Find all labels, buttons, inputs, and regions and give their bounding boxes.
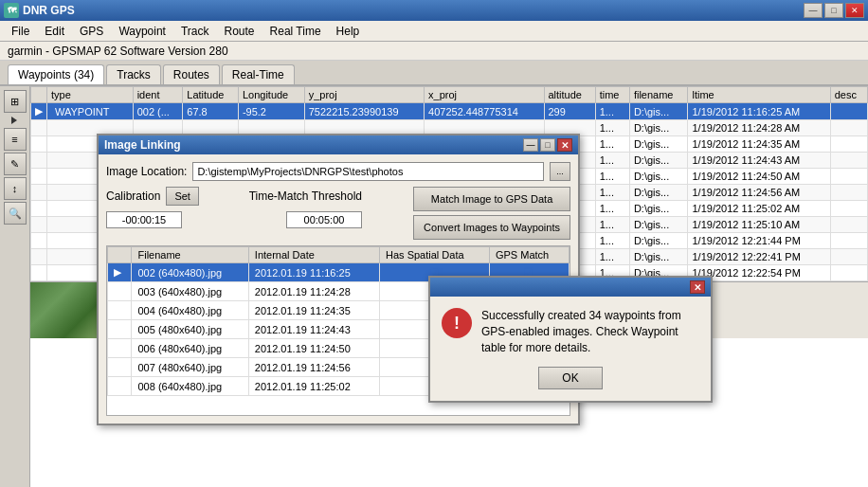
tab-realtime[interactable]: Real-Time xyxy=(222,64,295,84)
menu-track[interactable]: Track xyxy=(173,23,217,40)
menu-realtime[interactable]: Real Time xyxy=(262,23,329,40)
tab-tracks[interactable]: Tracks xyxy=(106,64,161,84)
msg-body: ! Successfully created 34 waypoints from… xyxy=(430,297,711,401)
col-ltime[interactable]: ltime xyxy=(688,87,830,103)
img-filename: 002 (640x480).jpg xyxy=(132,263,248,282)
message-dialog: ✕ ! Successfully created 34 waypoints fr… xyxy=(428,276,713,403)
cell-ltime: 1/19/2012 11:24:28 AM xyxy=(688,120,830,136)
toolbar-grid-btn[interactable]: ⊞ xyxy=(4,90,27,113)
expand-icon xyxy=(11,117,19,124)
data-table-container: type ident Latitude Longitude y_proj x_p… xyxy=(30,86,868,487)
msg-icon: ! xyxy=(442,308,472,338)
dialog-close-button[interactable]: ✕ xyxy=(557,138,572,152)
photo-thumbnail xyxy=(30,282,106,339)
toolbar-edit-btn[interactable]: ✎ xyxy=(4,153,27,175)
inner-col-gpsmatch[interactable]: GPS Match xyxy=(489,247,569,263)
col-time[interactable]: time xyxy=(595,87,629,103)
col-alt[interactable]: altitude xyxy=(544,87,595,103)
msg-content: ! Successfully created 34 waypoints from… xyxy=(442,308,699,355)
dialog-min-button[interactable]: — xyxy=(523,138,538,152)
inner-col-spatial[interactable]: Has Spatial Data xyxy=(380,247,490,263)
dialog-title-bar: Image Linking — □ ✕ xyxy=(99,135,578,154)
toolbar-list-btn[interactable]: ≡ xyxy=(4,128,27,151)
menu-file[interactable]: File xyxy=(4,23,37,40)
threshold-label: Time-Match Threshold xyxy=(249,189,362,203)
menu-waypoint[interactable]: Waypoint xyxy=(111,23,173,40)
menu-route[interactable]: Route xyxy=(217,23,262,40)
cell-ltime: 1/19/2012 11:16:25 AM xyxy=(688,103,830,120)
menu-bar: File Edit GPS Waypoint Track Route Real … xyxy=(0,21,868,42)
cell-time: 1... xyxy=(595,103,629,120)
cell-time: 1... xyxy=(595,120,629,136)
col-desc[interactable]: desc xyxy=(830,87,867,103)
cell-alt: 299 xyxy=(544,103,595,120)
row-indicator xyxy=(31,120,47,136)
col-latitude[interactable]: Latitude xyxy=(183,87,239,103)
cell-lon: -95.2 xyxy=(238,103,304,120)
match-image-button[interactable]: Match Image to GPS Data xyxy=(413,187,570,211)
ok-button[interactable]: OK xyxy=(538,367,602,389)
menu-edit[interactable]: Edit xyxy=(37,23,72,40)
toolbar-search-btn[interactable]: 🔍 xyxy=(4,202,27,225)
inner-col-indicator xyxy=(108,247,132,263)
app-info: garmin - GPSMAP 62 Software Version 280 xyxy=(0,42,868,61)
calibration-label: Calibration xyxy=(106,189,160,203)
minimize-button[interactable]: — xyxy=(804,3,823,18)
left-toolbar: ⊞ ≡ ✎ ↕ 🔍 xyxy=(0,86,30,487)
app-title: DNR GPS xyxy=(23,4,75,17)
cell-ident: 002 (... xyxy=(133,103,183,120)
cell-xpro: 407252.448775314 xyxy=(425,103,544,120)
msg-title-bar: ✕ xyxy=(430,278,711,297)
cell-filename: D:\gis... xyxy=(629,120,688,136)
location-input[interactable] xyxy=(192,162,544,181)
inner-col-filename[interactable]: Filename xyxy=(132,247,248,263)
title-bar: 🗺 DNR GPS — □ ✕ xyxy=(0,0,868,21)
tab-bar: Waypoints (34) Tracks Routes Real-Time xyxy=(0,61,868,86)
col-longitude[interactable]: Longitude xyxy=(238,87,304,103)
app-icon: 🗺 xyxy=(4,3,19,18)
row-indicator xyxy=(31,136,47,153)
cell-lat: 67.8 xyxy=(183,103,239,120)
location-label: Image Location: xyxy=(106,165,187,178)
calibration-value[interactable] xyxy=(106,211,182,228)
cell-filename: D:\gis... xyxy=(629,103,688,120)
tab-routes[interactable]: Routes xyxy=(163,64,220,84)
set-button[interactable]: Set xyxy=(166,187,199,206)
dialog-max-button[interactable]: □ xyxy=(540,138,555,152)
image-location-row: Image Location: ... xyxy=(106,162,570,181)
table-row[interactable]: ▶ WAYPOINT 002 (... 67.8 -95.2 7522215.2… xyxy=(31,103,868,120)
cell-desc xyxy=(830,120,867,136)
col-ypro[interactable]: y_proj xyxy=(304,87,424,103)
threshold-value[interactable] xyxy=(286,211,362,228)
msg-text: Successfully created 34 waypoints from G… xyxy=(481,308,699,355)
toolbar-sort-btn[interactable]: ↕ xyxy=(4,177,27,200)
dialog-title-text: Image Linking xyxy=(104,138,181,152)
main-area: ⊞ ≡ ✎ ↕ 🔍 type ident Latitude Longitude … xyxy=(0,86,868,487)
close-button[interactable]: ✕ xyxy=(845,3,864,18)
row-indicator: ▶ xyxy=(108,263,132,282)
col-filename[interactable]: filename xyxy=(629,87,688,103)
col-xpro[interactable]: x_proj xyxy=(425,87,544,103)
browse-button[interactable]: ... xyxy=(550,162,570,181)
cell-ypro: 7522215.23990139 xyxy=(304,103,424,120)
msg-close-button[interactable]: ✕ xyxy=(690,280,705,294)
col-indicator xyxy=(31,87,47,103)
menu-gps[interactable]: GPS xyxy=(72,23,111,40)
convert-images-button[interactable]: Convert Images to Waypoints xyxy=(413,215,570,240)
cell-type: WAYPOINT xyxy=(47,103,134,120)
col-type[interactable]: type xyxy=(47,87,134,103)
cal-section: Calibration Set Time-Match Threshold xyxy=(106,187,362,228)
menu-help[interactable]: Help xyxy=(329,23,368,40)
tab-waypoints[interactable]: Waypoints (34) xyxy=(8,64,104,84)
row-indicator: ▶ xyxy=(31,103,47,120)
inner-col-date[interactable]: Internal Date xyxy=(248,247,379,263)
img-date: 2012.01.19 11:16:25 xyxy=(248,263,379,282)
cell-desc xyxy=(830,103,867,120)
col-ident[interactable]: ident xyxy=(133,87,183,103)
maximize-button[interactable]: □ xyxy=(824,3,843,18)
action-buttons: Match Image to GPS Data Convert Images t… xyxy=(413,187,570,240)
